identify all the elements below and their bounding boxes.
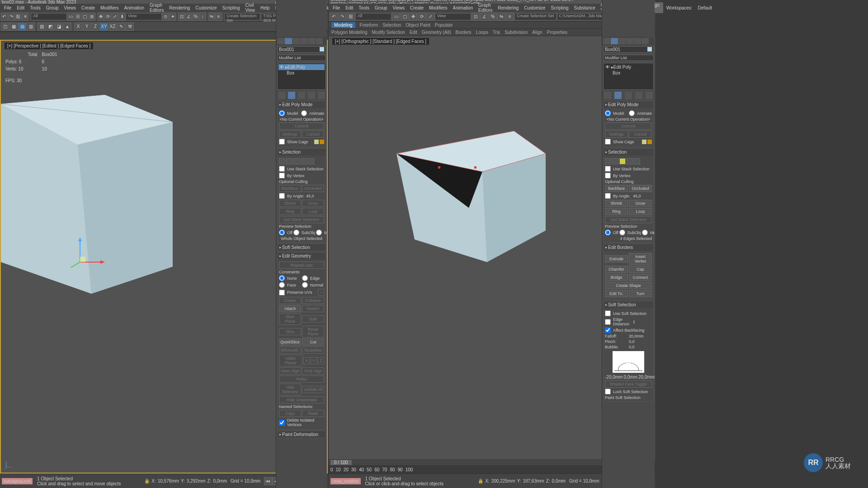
cut-button[interactable]: Cut <box>302 338 324 346</box>
spinner-snap-icon[interactable]: ↕ <box>199 13 206 21</box>
selection-set-input[interactable]: Create Selection Set <box>224 13 260 20</box>
border-icon[interactable] <box>293 158 300 164</box>
tess-button[interactable]: Tessellate <box>302 347 324 354</box>
menu-help[interactable]: Help <box>258 5 272 11</box>
tb2-4-icon[interactable]: ▥ <box>27 23 35 31</box>
menu-modifiers[interactable]: Modifiers <box>427 5 450 11</box>
unique-icon[interactable] <box>625 92 632 99</box>
unique-icon[interactable] <box>298 92 305 99</box>
rollout-container[interactable]: Edit Poly Mode ModelAnimate <No Current … <box>602 100 655 488</box>
preserve-opts[interactable]: ▫ <box>318 289 324 296</box>
menu-tools[interactable]: Tools <box>356 5 371 11</box>
refcoord-select[interactable]: View <box>435 13 471 20</box>
rotate-icon[interactable]: ⟳ <box>418 13 426 21</box>
hierarchy-tab-icon[interactable] <box>618 38 626 44</box>
rollout-paint-header[interactable]: Paint Deformation <box>278 431 326 438</box>
menu-scripting[interactable]: Scripting <box>549 5 571 11</box>
cage-color2[interactable] <box>320 140 324 144</box>
menu-file[interactable]: File <box>2 5 14 11</box>
align-icon[interactable]: ≡ <box>215 13 222 21</box>
edgedist-spinner[interactable]: 1 <box>633 319 652 324</box>
rs-align[interactable]: Align <box>532 30 542 35</box>
cancel-button[interactable]: Cancel <box>629 131 652 138</box>
angle-spinner[interactable]: 45,0 <box>633 194 652 198</box>
hidesel-button[interactable]: Hide Selected <box>279 384 301 395</box>
show-cage-check[interactable] <box>279 139 285 145</box>
axis-y[interactable]: Y <box>83 23 91 31</box>
redo-icon[interactable]: ↷ <box>338 13 346 21</box>
show-end-icon[interactable] <box>614 92 622 99</box>
lock-icon[interactable]: 🔒 <box>144 479 150 483</box>
angle-spinner[interactable]: 45,0 <box>306 194 324 198</box>
stack-edit-poly[interactable]: 👁 ▸ Edit Poly <box>278 64 325 70</box>
cap-button[interactable]: Cap <box>629 266 652 273</box>
ribbon-modeling[interactable]: Modeling <box>331 22 355 28</box>
planar-x[interactable]: X <box>303 357 310 364</box>
copy-button[interactable]: Copy <box>279 410 301 417</box>
edgedist-check[interactable] <box>605 319 611 325</box>
object-name-input[interactable]: Box001 <box>277 46 326 53</box>
menu-rendering[interactable]: Rendering <box>167 5 192 11</box>
display-tab-icon[interactable] <box>634 38 641 44</box>
placement-icon[interactable]: ⬇ <box>118 13 125 21</box>
rs-geom[interactable]: Geometry (All) <box>422 30 451 35</box>
menu-modifiers[interactable]: Modifiers <box>98 5 121 11</box>
gridalign-button[interactable]: Grid Align <box>302 367 324 375</box>
menu-substance[interactable]: Substance <box>572 5 598 11</box>
link-icon[interactable]: ⛓ <box>15 13 22 21</box>
rollout-selection-header[interactable]: Selection <box>604 149 653 155</box>
locksoft-check[interactable] <box>605 389 611 394</box>
delisov-check[interactable] <box>279 420 285 426</box>
mirror-icon[interactable]: ⇋ <box>208 13 215 21</box>
hierarchy-tab-icon[interactable] <box>292 38 300 44</box>
cage-color1[interactable] <box>314 140 319 144</box>
menu-views[interactable]: Views <box>62 5 79 11</box>
usesoft-check[interactable] <box>605 310 611 316</box>
pinch-spinner[interactable]: 0,0 <box>629 339 652 344</box>
display-tab-icon[interactable] <box>308 38 315 44</box>
mode-model-radio[interactable] <box>605 110 611 116</box>
remove-mod-icon[interactable] <box>308 92 315 99</box>
tb2-3-icon[interactable]: ▤ <box>18 23 26 31</box>
status-y[interactable]: 3,292mm <box>187 479 206 483</box>
lock-icon[interactable]: 🔒 <box>478 479 483 483</box>
collapse-button[interactable]: Collapse <box>302 297 324 304</box>
loop-button[interactable]: Loop <box>302 208 324 215</box>
selection-set-input[interactable]: Create Selection Set <box>514 13 557 20</box>
mode-anim-radio[interactable] <box>301 110 307 116</box>
percent-snap-icon[interactable]: % <box>192 13 199 21</box>
selection-filter[interactable]: All <box>31 13 67 20</box>
play-start-icon[interactable]: ⏮ <box>264 477 272 485</box>
prev-sub-radio[interactable] <box>619 230 625 235</box>
show-end-icon[interactable] <box>288 92 295 99</box>
detach-button[interactable]: Detach <box>302 305 324 312</box>
menu-edit[interactable]: Edit <box>343 5 355 11</box>
status-z[interactable]: 0,0mm <box>552 479 566 483</box>
prev-off-radio[interactable] <box>605 230 611 235</box>
move-icon[interactable]: ✥ <box>98 13 104 21</box>
rs-props[interactable]: Properties <box>547 30 568 35</box>
border-icon[interactable] <box>619 158 626 164</box>
tb2-1-icon[interactable]: ◫ <box>1 23 9 31</box>
viewport-label[interactable]: [+] [Orthographic ] [Standard ] [Edged F… <box>332 38 429 45</box>
undo-icon[interactable]: ↶ <box>1 13 8 21</box>
show-cage-check[interactable] <box>605 139 611 145</box>
quickslice-button[interactable]: QuickSlice <box>279 338 301 346</box>
workspaces-value[interactable]: Default <box>695 5 714 11</box>
axis-z[interactable]: Z <box>91 23 99 31</box>
move-icon[interactable]: ✥ <box>409 13 417 21</box>
rollout-mode-header[interactable]: Edit Poly Mode <box>604 101 653 108</box>
mode-model-radio[interactable] <box>279 110 285 116</box>
manip-icon[interactable]: ✦ <box>170 13 176 21</box>
ribbon-freeform[interactable]: Freeform <box>360 23 378 28</box>
menu-scripting[interactable]: Scripting <box>220 5 242 11</box>
commit-button[interactable]: Commit <box>279 122 324 130</box>
rollout-borders-header[interactable]: Edit Borders <box>604 244 653 251</box>
ring-button[interactable]: Ring <box>279 208 301 215</box>
pivot-icon[interactable]: ⊙ <box>162 13 169 21</box>
redo-icon[interactable]: ↷ <box>8 13 15 21</box>
polygon-icon[interactable] <box>627 158 633 164</box>
rollout-container[interactable]: Edit Poly Mode ModelAnimate <No Current … <box>276 100 327 488</box>
usestack-check[interactable] <box>279 166 285 172</box>
utilities-tab-icon[interactable] <box>642 38 649 44</box>
